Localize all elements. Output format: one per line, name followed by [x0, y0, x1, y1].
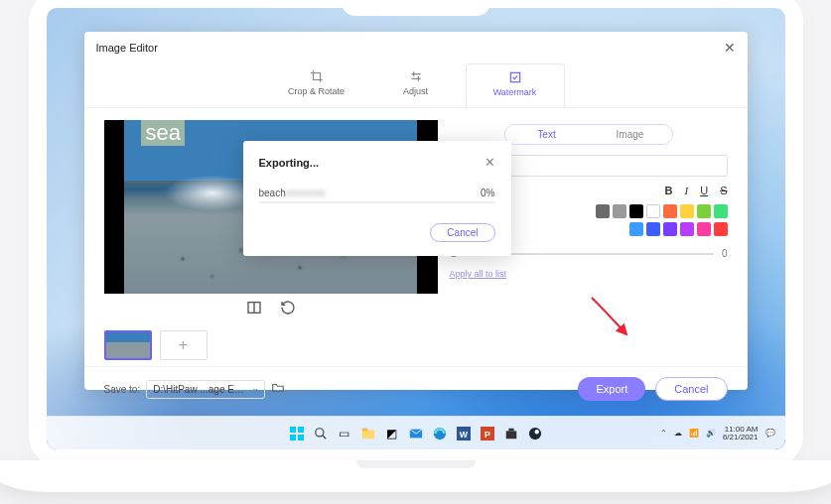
- color-swatch[interactable]: [613, 204, 626, 218]
- notifications-icon[interactable]: 💬: [765, 429, 775, 438]
- svg-point-6: [315, 428, 323, 436]
- svg-point-17: [528, 427, 540, 439]
- modal-cancel-button[interactable]: Cancel: [430, 223, 494, 242]
- export-modal: Exporting... ✕ beachxxxxxxxx 0% Cancel: [243, 141, 511, 256]
- svg-rect-16: [508, 428, 513, 431]
- search-icon[interactable]: [312, 425, 330, 442]
- color-swatch[interactable]: [680, 222, 694, 236]
- bold-button[interactable]: B: [665, 185, 673, 196]
- watermark-type-segment: Text Image: [504, 124, 673, 145]
- svg-rect-15: [505, 431, 516, 439]
- steam-icon[interactable]: [526, 425, 544, 442]
- underline-button[interactable]: U: [700, 185, 708, 196]
- taskview-icon[interactable]: ▭: [336, 425, 353, 442]
- tab-adjust[interactable]: Adjust: [366, 63, 466, 108]
- titlebar: Image Editor ✕: [84, 32, 748, 63]
- color-swatch[interactable]: [596, 204, 610, 218]
- export-filename: beachxxxxxxxx: [259, 188, 326, 198]
- modal-title: Exporting...: [259, 157, 320, 169]
- opacity-value: 0: [722, 248, 728, 259]
- preview-controls: [104, 294, 438, 324]
- tray-date: 6/21/2021: [723, 434, 759, 441]
- svg-rect-3: [298, 427, 304, 433]
- watermark-icon: [508, 70, 522, 84]
- svg-point-18: [534, 430, 538, 434]
- action-buttons: Export Cancel: [578, 377, 727, 401]
- folder-icon[interactable]: [271, 381, 285, 398]
- adjust-icon: [409, 69, 423, 83]
- modal-close-icon[interactable]: ✕: [485, 155, 495, 170]
- color-swatch[interactable]: [629, 204, 643, 218]
- seg-image[interactable]: Image: [589, 125, 672, 144]
- clock[interactable]: 11:00 AM 6/21/2021: [723, 426, 759, 441]
- export-percent: 0%: [481, 188, 494, 198]
- color-swatch[interactable]: [714, 204, 728, 218]
- system-tray: ⌃ ☁ 📶 🔊 11:00 AM 6/21/2021 💬: [660, 426, 775, 441]
- color-swatch[interactable]: [697, 204, 711, 218]
- save-to-label: Save to:: [104, 384, 141, 395]
- tab-watermark[interactable]: Watermark: [466, 63, 565, 108]
- volume-icon[interactable]: 🔊: [706, 429, 716, 438]
- store-icon[interactable]: [502, 425, 520, 442]
- cloud-icon[interactable]: ☁: [674, 429, 682, 438]
- window-title: Image Editor: [96, 42, 158, 54]
- mail-icon[interactable]: [407, 425, 425, 442]
- color-swatch[interactable]: [680, 204, 694, 218]
- tabs-row: Crop & Rotate Adjust Watermark: [84, 63, 748, 108]
- apply-all-link[interactable]: Apply all to list: [450, 269, 507, 279]
- color-swatch[interactable]: [663, 204, 677, 218]
- tab-watermark-label: Watermark: [493, 87, 537, 97]
- svg-text:W: W: [459, 429, 468, 439]
- export-button[interactable]: Export: [578, 377, 645, 401]
- save-path-dropdown[interactable]: D:\HitPaw ...age Editor: [146, 380, 265, 399]
- taskbar-center: ▭ ◩ W P: [288, 425, 544, 442]
- tab-adjust-label: Adjust: [403, 86, 428, 96]
- progress-bar: [259, 201, 495, 203]
- thumbnail-1[interactable]: [104, 330, 152, 360]
- word-icon[interactable]: W: [455, 425, 473, 442]
- save-group: Save to: D:\HitPaw ...age Editor: [104, 380, 286, 399]
- reset-icon[interactable]: [280, 300, 296, 318]
- start-icon[interactable]: [288, 425, 306, 442]
- compare-icon[interactable]: [246, 300, 262, 318]
- svg-rect-4: [290, 435, 296, 441]
- progress-row: beachxxxxxxxx 0%: [259, 188, 495, 198]
- strike-button[interactable]: S: [720, 185, 727, 196]
- laptop-base: [0, 460, 831, 492]
- watermark-overlay[interactable]: sea: [141, 120, 184, 146]
- edge-icon[interactable]: [431, 425, 449, 442]
- color-swatch[interactable]: [663, 222, 677, 236]
- tab-crop-rotate[interactable]: Crop & Rotate: [267, 63, 366, 108]
- svg-rect-7: [361, 430, 373, 439]
- svg-rect-0: [510, 72, 519, 81]
- taskbar: ▭ ◩ W P: [47, 416, 785, 449]
- tab-crop-label: Crop & Rotate: [288, 86, 345, 96]
- svg-text:P: P: [485, 429, 490, 439]
- color-swatch[interactable]: [629, 222, 643, 236]
- explorer-icon[interactable]: [359, 425, 377, 442]
- app-window: Image Editor ✕ Crop & Rotate Adjust: [84, 32, 748, 390]
- crop-icon: [310, 69, 324, 83]
- add-image-button[interactable]: +: [160, 330, 208, 360]
- desktop-screen: Image Editor ✕ Crop & Rotate Adjust: [47, 8, 785, 449]
- powerpoint-icon[interactable]: P: [479, 425, 496, 442]
- laptop-frame: Image Editor ✕ Crop & Rotate Adjust: [39, 0, 793, 457]
- seg-text[interactable]: Text: [505, 125, 589, 144]
- chevron-up-icon[interactable]: ⌃: [660, 429, 667, 438]
- thumbnails-row: +: [84, 324, 748, 366]
- svg-rect-2: [290, 427, 296, 433]
- color-swatch[interactable]: [714, 222, 728, 236]
- color-swatch[interactable]: [646, 222, 660, 236]
- cancel-button[interactable]: Cancel: [655, 377, 727, 401]
- color-swatch[interactable]: [646, 204, 660, 218]
- wifi-icon[interactable]: 📶: [689, 429, 699, 438]
- laptop-notch: [342, 0, 490, 16]
- color-swatch[interactable]: [697, 222, 711, 236]
- close-icon[interactable]: ✕: [724, 40, 736, 56]
- italic-button[interactable]: I: [685, 185, 689, 196]
- footer: Save to: D:\HitPaw ...age Editor Export …: [84, 366, 748, 411]
- app1-icon[interactable]: ◩: [383, 425, 401, 442]
- svg-rect-5: [298, 435, 304, 441]
- svg-rect-8: [361, 428, 366, 431]
